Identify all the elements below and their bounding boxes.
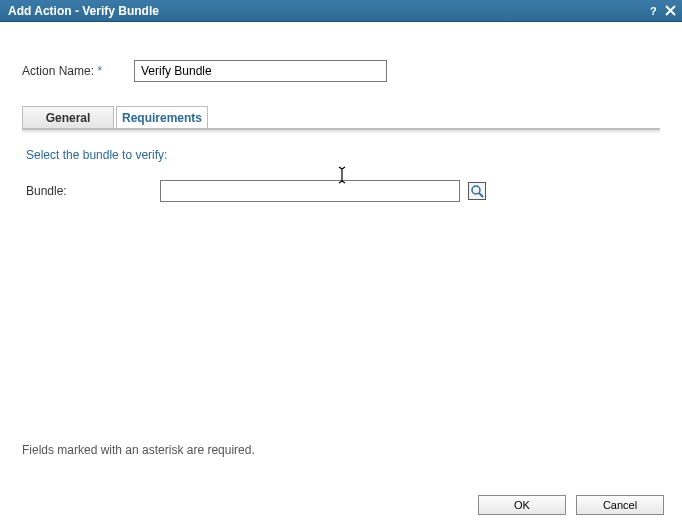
- search-icon: [470, 184, 484, 198]
- action-name-row: Action Name: *: [22, 60, 660, 82]
- tab-requirements[interactable]: Requirements: [116, 106, 208, 128]
- cancel-button[interactable]: Cancel: [576, 495, 664, 515]
- browse-button[interactable]: [468, 182, 486, 200]
- required-fields-note: Fields marked with an asterisk are requi…: [22, 443, 255, 457]
- button-bar: OK Cancel: [478, 495, 664, 515]
- required-asterisk: *: [97, 64, 102, 78]
- svg-point-3: [472, 186, 480, 194]
- general-panel: Select the bundle to verify: Bundle:: [22, 130, 660, 202]
- dialog-content: Action Name: * General Requirements Sele…: [0, 22, 682, 202]
- tab-general[interactable]: General: [22, 106, 114, 128]
- action-name-label-text: Action Name:: [22, 64, 94, 78]
- svg-text:?: ?: [650, 5, 657, 17]
- tab-strip: General Requirements: [22, 106, 660, 130]
- svg-line-4: [479, 193, 483, 197]
- bundle-row: Bundle:: [26, 180, 656, 202]
- close-icon[interactable]: [662, 3, 678, 19]
- bundle-label: Bundle:: [26, 184, 160, 198]
- help-icon[interactable]: ?: [646, 3, 662, 19]
- action-name-input[interactable]: [134, 60, 387, 82]
- bundle-input[interactable]: [160, 180, 460, 202]
- ok-button[interactable]: OK: [478, 495, 566, 515]
- action-name-label: Action Name: *: [22, 64, 134, 78]
- titlebar-controls: ?: [646, 3, 678, 19]
- panel-instruction: Select the bundle to verify:: [26, 148, 656, 162]
- titlebar: Add Action - Verify Bundle ?: [0, 0, 682, 22]
- dialog-title: Add Action - Verify Bundle: [8, 4, 646, 18]
